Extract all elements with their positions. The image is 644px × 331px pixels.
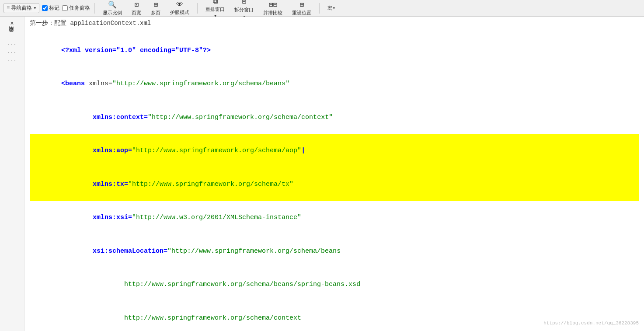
reset-position-btn[interactable]: ⊞ 重设位置 <box>289 0 315 17</box>
beans-open-line: <beans xmlns="http://www.springframework… <box>30 67 639 101</box>
step-text: 第一步：配置 applicationContext.xml <box>30 20 151 27</box>
xsi-xmlns-line: xmlns:xsi="http://www.w3.org/2001/XMLSch… <box>30 201 639 235</box>
reset-position-icon: ⊞ <box>300 0 304 9</box>
nav-dropdown-icon: ▾ <box>33 5 36 11</box>
task-grid-label: 任务窗格 <box>69 4 90 12</box>
eye-mode-btn[interactable]: 👁 护眼模式 <box>167 0 193 17</box>
parallel-compare-btn[interactable]: ⊟⊟ 并排比较 <box>260 0 286 17</box>
sidebar-dots3: ... <box>7 58 17 63</box>
nav-icon: ≡ <box>7 5 10 11</box>
watermark: https://blog.csdn.net/qq_36228395 <box>543 319 639 328</box>
pi-content: <?xml version="1.0" encoding="UTF-8"?> <box>61 47 211 54</box>
beans-tag: beans <box>65 80 85 87</box>
display-ratio-icon: 🔍 <box>108 0 117 9</box>
xsi-val: "http://www.w3.org/2001/XMLSchema-instan… <box>132 214 301 221</box>
content-pane: 第一步：配置 applicationContext.xml <?xml vers… <box>24 17 644 331</box>
split-window-label: 拆分窗口 <box>234 7 254 13</box>
main-area: × 别目录 ... ... ... 第一步：配置 applicationCont… <box>0 17 644 331</box>
mark-check-input[interactable] <box>42 5 48 11</box>
multi-page-icon: ⊞ <box>154 0 158 9</box>
eye-mode-label: 护眼模式 <box>170 9 189 16</box>
rewindow-label: 重排窗口 <box>205 6 225 13</box>
toolbar: ≡ 导航窗格 ▾ 标记 任务窗格 🔍 显示比例 ⊡ 页宽 ⊞ 多页 👁 护眼模式… <box>0 0 644 17</box>
schema-val1: "http://www.springframework.org/schema/b… <box>167 247 341 255</box>
extra-btn[interactable]: 宏▾ <box>324 4 339 12</box>
aop-attr: xmlns:aop= <box>93 147 132 154</box>
schema-val2: http://www.springframework.org/schema/be… <box>61 281 360 288</box>
rewindow-icon: ⧉ <box>213 0 218 6</box>
catalog-label[interactable]: 别目录 <box>8 34 16 38</box>
eye-mode-icon: 👁 <box>176 0 183 9</box>
sep3 <box>319 3 320 14</box>
mark-label: 标记 <box>49 4 59 12</box>
multi-page-btn[interactable]: ⊞ 多页 <box>147 0 164 17</box>
content-header: 第一步：配置 applicationContext.xml <box>24 17 644 30</box>
code-area[interactable]: <?xml version="1.0" encoding="UTF-8"?> <… <box>24 30 644 331</box>
parallel-compare-label: 并排比较 <box>263 10 282 16</box>
page-view-icon: ⊡ <box>135 0 139 9</box>
sidebar: × 别目录 ... ... ... <box>0 17 24 331</box>
context-xmlns-line: xmlns:context="http://www.springframewor… <box>30 101 639 134</box>
parallel-compare-icon: ⊟⊟ <box>269 0 277 9</box>
context-indent <box>61 114 93 121</box>
multi-page-label: 多页 <box>151 10 160 16</box>
beans-bracket: < <box>61 80 65 87</box>
schema-attr: xsi:schemaLocation= <box>93 247 167 255</box>
mark-checkbox[interactable]: 标记 <box>42 4 59 12</box>
context-val: "http://www.springframework.org/schema/c… <box>148 114 333 121</box>
split-window-icon: ⊟ <box>242 0 247 6</box>
tx-indent <box>61 181 93 188</box>
sep2 <box>197 3 198 14</box>
sidebar-dots1: ... <box>7 41 17 46</box>
xsi-attr: xmlns:xsi= <box>93 214 132 221</box>
pi-line: <?xml version="1.0" encoding="UTF-8"?> <box>30 34 639 67</box>
tx-val: "http://www.springframework.org/schema/t… <box>128 181 293 188</box>
task-grid-check-input[interactable] <box>62 5 68 11</box>
page-view-label: 页宽 <box>132 10 141 16</box>
extra-icon: 宏▾ <box>327 5 335 11</box>
xsi-indent <box>61 214 93 221</box>
schema-val3: http://www.springframework.org/schema/co… <box>61 314 301 322</box>
page-view-btn[interactable]: ⊡ 页宽 <box>128 0 145 17</box>
display-ratio-label: 显示比例 <box>103 10 122 16</box>
close-btn[interactable]: × <box>10 20 14 27</box>
schema-loc2-line: http://www.springframework.org/schema/be… <box>30 268 639 302</box>
sidebar-dots2: ... <box>7 49 17 54</box>
schema-loc1-line: xsi:schemaLocation="http://www.springfra… <box>30 234 639 268</box>
task-grid-checkbox[interactable]: 任务窗格 <box>62 4 90 12</box>
tx-xmlns-line: xmlns:tx="http://www.springframework.org… <box>30 167 639 201</box>
aop-xmlns-line: xmlns:aop="http://www.springframework.or… <box>30 134 639 168</box>
tx-attr: xmlns:tx= <box>93 181 128 188</box>
context-attr: xmlns:context= <box>93 114 148 121</box>
aop-indent <box>61 147 93 154</box>
sep1 <box>94 3 95 14</box>
nav-window-label: 导航窗格 <box>11 4 32 12</box>
reset-position-label: 重设位置 <box>292 10 311 16</box>
aop-cursor: | <box>301 147 305 154</box>
aop-val: "http://www.springframework.org/schema/a… <box>132 147 301 154</box>
beans-xmlns-val: "http://www.springframework.org/schema/b… <box>112 80 289 87</box>
display-ratio-btn[interactable]: 🔍 显示比例 <box>99 0 125 17</box>
nav-window-btn[interactable]: ≡ 导航窗格 ▾ <box>3 3 39 13</box>
schema-indent1 <box>61 247 93 255</box>
beans-xmlns-attr: xmlns= <box>85 80 112 87</box>
